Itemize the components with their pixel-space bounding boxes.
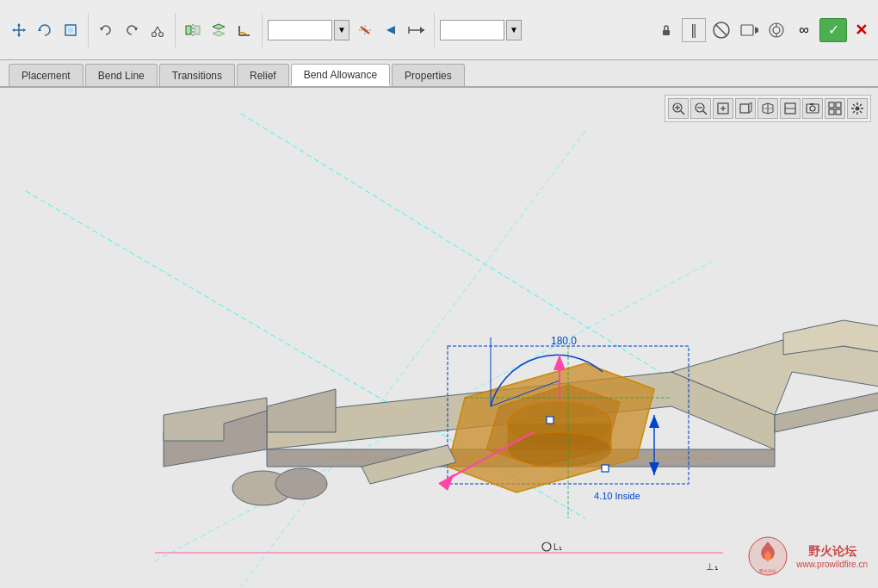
view-extra-btn[interactable] [825,98,845,119]
angle-input[interactable]: 180.0 [268,20,332,40]
mirror-btn[interactable] [181,18,205,42]
view-3d-btn[interactable] [757,98,778,119]
angle-input-group: 180.0 ▼ [268,20,349,40]
cut-btn[interactable] [145,18,170,42]
svg-marker-7 [100,28,103,31]
rotate-tool-btn[interactable] [33,18,57,42]
toolbar-actions: ‖ ∞ ✓ ✕ [654,18,871,42]
svg-rect-90 [829,102,834,108]
svg-line-71 [681,111,684,115]
view-front-btn[interactable] [735,98,756,119]
arrow2-btn[interactable] [405,18,429,42]
svg-marker-3 [23,28,26,32]
cancel-btn[interactable]: ✕ [850,18,871,42]
radius-input[interactable]: 4.10 [440,20,504,40]
svg-text:180.0: 180.0 [551,335,577,347]
svg-marker-1 [17,34,21,37]
undo-redo-group [94,13,176,47]
radius-dropdown-btn[interactable]: ▼ [506,20,522,40]
svg-rect-20 [663,30,670,35]
svg-line-75 [703,111,707,115]
svg-point-68 [275,468,327,499]
3d-viewport[interactable]: L₁ ⊥₁ 180.0 4.10 Inside Section 1 [0,88,878,588]
svg-marker-51 [553,355,566,370]
site-url: www.prowildfire.cn [796,560,868,569]
svg-marker-16 [386,26,395,34]
svg-rect-13 [186,26,191,34]
svg-point-57 [542,542,551,551]
svg-marker-54 [649,462,659,475]
angle-icon [232,18,257,42]
settings-view-btn[interactable] [847,98,868,119]
zoom-in-btn[interactable] [668,98,689,119]
svg-point-94 [856,107,860,111]
svg-rect-91 [836,102,841,108]
move-tool-btn[interactable] [7,18,31,42]
angle-dropdown-btn[interactable]: ▼ [334,20,349,40]
svg-line-12 [158,27,161,33]
stop-btn[interactable] [709,18,733,42]
sep-icons-group [353,13,435,47]
pause-btn[interactable]: ‖ [682,18,706,42]
view-options-btn[interactable] [780,98,801,119]
svg-rect-80 [740,104,749,113]
lock-btn[interactable] [654,18,678,42]
redo-btn[interactable] [120,18,144,42]
tab-bend-allowance[interactable]: Bend Allowance [291,64,390,86]
options-btn[interactable] [764,18,788,42]
arrow-btn[interactable] [379,18,403,42]
main-content: L₁ ⊥₁ 180.0 4.10 Inside Section 1 [0,88,878,588]
svg-rect-6 [68,28,73,33]
svg-marker-0 [17,23,21,26]
svg-marker-4 [38,28,41,31]
watermark-text: 野火论坛 www.prowildfire.cn [796,544,868,569]
flip-angle-btn[interactable] [353,18,377,42]
watermark-logo: 野火论坛 [746,535,789,578]
svg-text:野火论坛: 野火论坛 [759,568,776,573]
scene-svg: L₁ ⊥₁ 180.0 4.10 Inside Section 1 [0,88,878,588]
zoom-out-btn[interactable] [690,98,711,119]
zoom-fit-btn[interactable] [713,98,733,119]
svg-marker-37 [775,389,878,432]
tab-properties[interactable]: Properties [392,64,465,86]
view-toolbar [665,95,871,122]
svg-marker-53 [649,415,659,428]
svg-rect-56 [602,465,609,472]
radius-input-group: 4.10 ▼ [440,20,522,40]
svg-point-26 [773,27,780,34]
link-btn[interactable]: ∞ [792,18,816,42]
svg-rect-89 [810,103,813,105]
mirror-group [181,13,263,47]
confirm-btn[interactable]: ✓ [819,18,847,42]
svg-rect-14 [195,26,200,34]
svg-rect-55 [547,417,553,424]
forum-name: 野火论坛 [796,544,868,560]
transform-tools-group [7,13,89,47]
scale-tool-btn[interactable] [59,18,83,42]
watermark: 野火论坛 野火论坛 www.prowildfire.cn [746,535,868,578]
tab-placement[interactable]: Placement [9,64,83,86]
preview-btn[interactable] [737,18,761,42]
svg-point-10 [159,32,164,36]
tab-bar: Placement Bend Line Transitions Relief B… [0,60,878,88]
svg-line-11 [154,27,158,33]
tab-transitions[interactable]: Transitions [159,64,235,86]
svg-text:4.10 Inside: 4.10 Inside [594,491,640,501]
tab-bend-line[interactable]: Bend Line [85,64,158,86]
flip-btn[interactable] [207,18,231,42]
svg-marker-2 [12,28,15,32]
svg-text:L₁: L₁ [553,542,562,552]
svg-marker-18 [420,27,424,34]
svg-text:⊥₁: ⊥₁ [706,561,718,572]
svg-line-22 [716,25,727,35]
svg-point-9 [152,32,157,36]
tab-relief[interactable]: Relief [237,64,289,86]
svg-point-88 [810,106,815,111]
svg-rect-23 [741,25,753,35]
undo-btn[interactable] [94,18,118,42]
svg-marker-81 [749,102,751,113]
svg-marker-24 [755,27,758,34]
svg-marker-35 [267,389,336,432]
screenshot-btn[interactable] [802,98,823,119]
main-toolbar: 180.0 ▼ 4.10 ▼ [0,0,878,60]
